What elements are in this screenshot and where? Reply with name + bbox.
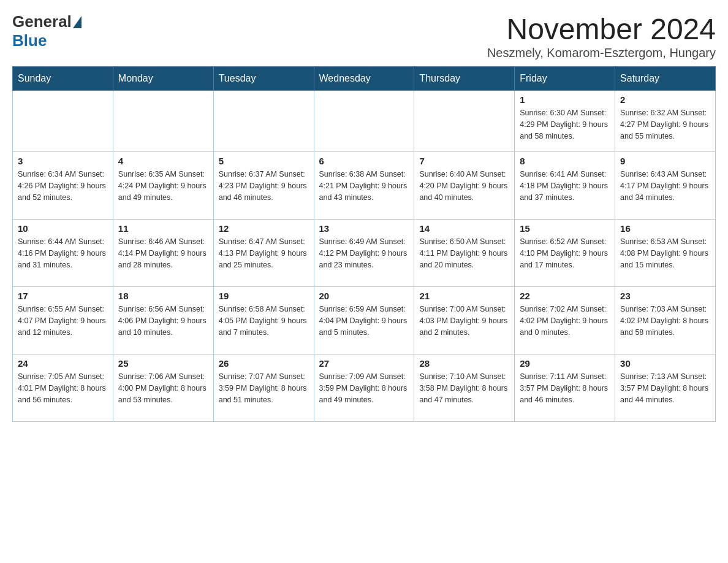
day-cell-4-1: 25Sunrise: 7:06 AM Sunset: 4:00 PM Dayli… <box>113 354 213 422</box>
day-cell-4-4: 28Sunrise: 7:10 AM Sunset: 3:58 PM Dayli… <box>414 354 515 422</box>
day-cell-4-3: 27Sunrise: 7:09 AM Sunset: 3:59 PM Dayli… <box>314 354 414 422</box>
week-row-3: 10Sunrise: 6:44 AM Sunset: 4:16 PM Dayli… <box>13 220 716 287</box>
day-number: 19 <box>219 291 309 301</box>
day-cell-0-4 <box>414 91 515 152</box>
logo-blue-text: Blue <box>12 31 47 50</box>
day-cell-0-3 <box>314 91 414 152</box>
day-number: 28 <box>419 358 509 369</box>
header-sunday: Sunday <box>13 67 113 91</box>
day-cell-1-5: 8Sunrise: 6:41 AM Sunset: 4:18 PM Daylig… <box>515 152 615 220</box>
day-number: 2 <box>620 94 710 105</box>
day-number: 17 <box>18 291 108 301</box>
header-thursday: Thursday <box>414 67 515 91</box>
day-number: 26 <box>219 358 309 369</box>
day-info: Sunrise: 6:32 AM Sunset: 4:27 PM Dayligh… <box>620 107 710 142</box>
day-number: 10 <box>18 223 108 234</box>
day-cell-2-2: 12Sunrise: 6:47 AM Sunset: 4:13 PM Dayli… <box>213 220 314 287</box>
day-cell-2-5: 15Sunrise: 6:52 AM Sunset: 4:10 PM Dayli… <box>515 220 615 287</box>
day-cell-0-5: 1Sunrise: 6:30 AM Sunset: 4:29 PM Daylig… <box>515 91 615 152</box>
week-row-1: 1Sunrise: 6:30 AM Sunset: 4:29 PM Daylig… <box>13 91 716 152</box>
day-cell-3-2: 19Sunrise: 6:58 AM Sunset: 4:05 PM Dayli… <box>213 287 314 354</box>
month-title: November 2024 <box>487 12 716 46</box>
day-cell-2-0: 10Sunrise: 6:44 AM Sunset: 4:16 PM Dayli… <box>13 220 113 287</box>
day-info: Sunrise: 6:35 AM Sunset: 4:24 PM Dayligh… <box>118 169 208 203</box>
day-number: 25 <box>118 358 208 369</box>
day-cell-0-2 <box>213 91 314 152</box>
day-number: 5 <box>219 156 309 166</box>
day-number: 9 <box>620 156 710 166</box>
day-info: Sunrise: 6:52 AM Sunset: 4:10 PM Dayligh… <box>520 236 610 270</box>
day-info: Sunrise: 7:07 AM Sunset: 3:59 PM Dayligh… <box>219 371 309 405</box>
logo: General Blue <box>12 12 83 50</box>
day-number: 23 <box>620 291 710 301</box>
day-cell-3-6: 23Sunrise: 7:03 AM Sunset: 4:02 PM Dayli… <box>615 287 716 354</box>
header-monday: Monday <box>113 67 213 91</box>
day-number: 3 <box>18 156 108 166</box>
day-cell-3-1: 18Sunrise: 6:56 AM Sunset: 4:06 PM Dayli… <box>113 287 213 354</box>
day-info: Sunrise: 6:41 AM Sunset: 4:18 PM Dayligh… <box>520 169 610 203</box>
day-number: 6 <box>319 156 409 166</box>
header-tuesday: Tuesday <box>213 67 314 91</box>
title-section: November 2024 Neszmely, Komarom-Esztergo… <box>487 12 716 60</box>
day-info: Sunrise: 7:05 AM Sunset: 4:01 PM Dayligh… <box>18 371 108 405</box>
day-number: 13 <box>319 223 409 234</box>
day-info: Sunrise: 6:59 AM Sunset: 4:04 PM Dayligh… <box>319 304 409 338</box>
day-info: Sunrise: 6:30 AM Sunset: 4:29 PM Dayligh… <box>520 107 610 142</box>
day-cell-0-0 <box>13 91 113 152</box>
day-number: 18 <box>118 291 208 301</box>
day-number: 29 <box>520 358 610 369</box>
header-wednesday: Wednesday <box>314 67 414 91</box>
day-info: Sunrise: 6:37 AM Sunset: 4:23 PM Dayligh… <box>219 169 309 203</box>
header-saturday: Saturday <box>615 67 716 91</box>
day-cell-1-1: 4Sunrise: 6:35 AM Sunset: 4:24 PM Daylig… <box>113 152 213 220</box>
day-info: Sunrise: 7:09 AM Sunset: 3:59 PM Dayligh… <box>319 371 409 405</box>
day-number: 20 <box>319 291 409 301</box>
header-friday: Friday <box>515 67 615 91</box>
day-info: Sunrise: 6:55 AM Sunset: 4:07 PM Dayligh… <box>18 304 108 338</box>
day-info: Sunrise: 6:43 AM Sunset: 4:17 PM Dayligh… <box>620 169 710 203</box>
day-number: 15 <box>520 223 610 234</box>
day-info: Sunrise: 7:00 AM Sunset: 4:03 PM Dayligh… <box>419 304 509 338</box>
day-cell-3-3: 20Sunrise: 6:59 AM Sunset: 4:04 PM Dayli… <box>314 287 414 354</box>
day-cell-2-3: 13Sunrise: 6:49 AM Sunset: 4:12 PM Dayli… <box>314 220 414 287</box>
day-number: 30 <box>620 358 710 369</box>
week-row-2: 3Sunrise: 6:34 AM Sunset: 4:26 PM Daylig… <box>13 152 716 220</box>
logo-general-text: General <box>12 12 72 31</box>
day-cell-1-0: 3Sunrise: 6:34 AM Sunset: 4:26 PM Daylig… <box>13 152 113 220</box>
day-cell-1-2: 5Sunrise: 6:37 AM Sunset: 4:23 PM Daylig… <box>213 152 314 220</box>
day-number: 22 <box>520 291 610 301</box>
day-number: 21 <box>419 291 509 301</box>
day-number: 27 <box>319 358 409 369</box>
day-info: Sunrise: 6:58 AM Sunset: 4:05 PM Dayligh… <box>219 304 309 338</box>
day-cell-2-6: 16Sunrise: 6:53 AM Sunset: 4:08 PM Dayli… <box>615 220 716 287</box>
day-info: Sunrise: 6:34 AM Sunset: 4:26 PM Dayligh… <box>18 169 108 203</box>
day-info: Sunrise: 7:11 AM Sunset: 3:57 PM Dayligh… <box>520 371 610 405</box>
week-row-4: 17Sunrise: 6:55 AM Sunset: 4:07 PM Dayli… <box>13 287 716 354</box>
day-info: Sunrise: 6:40 AM Sunset: 4:20 PM Dayligh… <box>419 169 509 203</box>
logo-triangle-icon <box>73 16 82 28</box>
day-cell-2-4: 14Sunrise: 6:50 AM Sunset: 4:11 PM Dayli… <box>414 220 515 287</box>
day-number: 4 <box>118 156 208 166</box>
day-cell-4-6: 30Sunrise: 7:13 AM Sunset: 3:57 PM Dayli… <box>615 354 716 422</box>
day-number: 16 <box>620 223 710 234</box>
day-cell-4-0: 24Sunrise: 7:05 AM Sunset: 4:01 PM Dayli… <box>13 354 113 422</box>
location-title: Neszmely, Komarom-Esztergom, Hungary <box>487 46 716 60</box>
day-number: 8 <box>520 156 610 166</box>
day-number: 12 <box>219 223 309 234</box>
page-header: General Blue November 2024 Neszmely, Kom… <box>12 12 716 60</box>
day-cell-2-1: 11Sunrise: 6:46 AM Sunset: 4:14 PM Dayli… <box>113 220 213 287</box>
day-number: 1 <box>520 94 610 105</box>
day-info: Sunrise: 7:10 AM Sunset: 3:58 PM Dayligh… <box>419 371 509 405</box>
day-info: Sunrise: 6:49 AM Sunset: 4:12 PM Dayligh… <box>319 236 409 270</box>
day-info: Sunrise: 6:46 AM Sunset: 4:14 PM Dayligh… <box>118 236 208 270</box>
day-cell-4-5: 29Sunrise: 7:11 AM Sunset: 3:57 PM Dayli… <box>515 354 615 422</box>
day-cell-0-6: 2Sunrise: 6:32 AM Sunset: 4:27 PM Daylig… <box>615 91 716 152</box>
day-number: 7 <box>419 156 509 166</box>
day-number: 24 <box>18 358 108 369</box>
day-info: Sunrise: 6:44 AM Sunset: 4:16 PM Dayligh… <box>18 236 108 270</box>
day-info: Sunrise: 7:13 AM Sunset: 3:57 PM Dayligh… <box>620 371 710 405</box>
day-info: Sunrise: 6:38 AM Sunset: 4:21 PM Dayligh… <box>319 169 409 203</box>
day-info: Sunrise: 6:47 AM Sunset: 4:13 PM Dayligh… <box>219 236 309 270</box>
day-number: 11 <box>118 223 208 234</box>
day-cell-3-4: 21Sunrise: 7:00 AM Sunset: 4:03 PM Dayli… <box>414 287 515 354</box>
